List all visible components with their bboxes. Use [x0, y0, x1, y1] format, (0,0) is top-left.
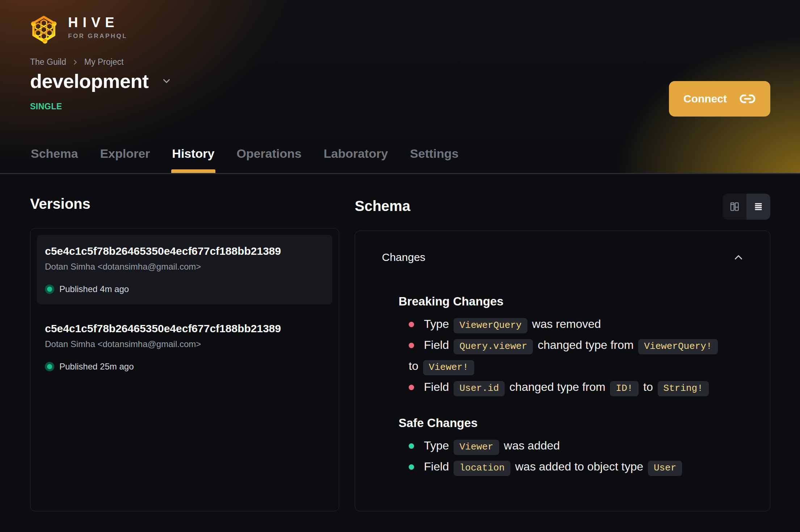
change-text: Field [424, 460, 452, 473]
chevron-down-icon[interactable] [161, 76, 172, 86]
safe-bullet-dot [409, 464, 414, 470]
change-item: Type ViewerQuery was removed [409, 314, 743, 335]
tab-operations[interactable]: Operations [236, 147, 302, 173]
tab-explorer[interactable]: Explorer [99, 147, 151, 173]
change-item: Field location was added to object type … [409, 457, 743, 478]
code-chip: User.id [454, 381, 505, 396]
change-text: to [640, 380, 656, 393]
logo[interactable]: HIVE FOR GRAPHQL [29, 12, 127, 47]
link-icon [739, 90, 756, 107]
hive-app: HIVE FOR GRAPHQL The Guild My Project de… [0, 0, 800, 532]
version-author: Dotan Simha <dotansimha@gmail.com> [45, 339, 324, 349]
change-text: Type [424, 439, 452, 452]
split-view-button[interactable] [723, 194, 746, 220]
version-card[interactable]: c5e4c1c5f78b26465350e4ecf677cf188bb21389… [37, 312, 332, 382]
logo-text: HIVE FOR GRAPHQL [68, 12, 127, 40]
code-chip: ViewerQuery! [638, 339, 717, 354]
change-text: Field [424, 338, 452, 351]
tab-laboratory[interactable]: Laboratory [323, 147, 389, 173]
breaking-bullet-dot [409, 343, 414, 348]
version-hash: c5e4c1c5f78b26465350e4ecf677cf188bb21389 [45, 245, 324, 257]
view-toggle [723, 194, 770, 220]
hive-logo-icon [29, 12, 59, 47]
code-chip: User [648, 461, 682, 476]
safe-bullet-dot [409, 443, 414, 449]
code-chip: Viewer! [423, 360, 474, 375]
code-chip: String! [658, 381, 709, 396]
change-text: was added [501, 439, 560, 452]
breadcrumb-project[interactable]: My Project [84, 57, 124, 67]
version-list: c5e4c1c5f78b26465350e4ecf677cf188bb21389… [30, 228, 339, 511]
version-status: Published 4m ago [45, 284, 324, 294]
tab-bar: SchemaExplorerHistoryOperationsLaborator… [30, 147, 459, 173]
change-text: was removed [529, 317, 601, 330]
main-content: Versions c5e4c1c5f78b26465350e4ecf677cf1… [0, 174, 800, 511]
target-selector[interactable]: development [30, 69, 172, 93]
version-status-text: Published 4m ago [59, 284, 129, 294]
change-text: changed type from [506, 380, 609, 393]
code-chip: ViewerQuery [454, 318, 527, 333]
changes-title: Changes [382, 251, 425, 263]
brand-name: HIVE [68, 15, 127, 30]
list-view-button[interactable] [746, 194, 770, 220]
chevron-up-icon [732, 251, 745, 263]
breadcrumb-org[interactable]: The Guild [30, 57, 66, 67]
version-hash: c5e4c1c5f78b26465350e4ecf677cf188bb21389 [45, 322, 324, 335]
connect-button[interactable]: Connect [669, 81, 770, 117]
change-text: Field [424, 380, 452, 393]
breaking-bullet-dot [409, 385, 414, 390]
change-text: to [409, 359, 422, 372]
schema-heading: Schema [355, 196, 410, 216]
published-dot [45, 362, 54, 371]
code-chip: ID! [610, 381, 639, 396]
version-card[interactable]: c5e4c1c5f78b26465350e4ecf677cf188bb21389… [37, 235, 332, 304]
changes-panel: Changes Breaking ChangesType ViewerQuery… [355, 231, 770, 511]
header: HIVE FOR GRAPHQL The Guild My Project de… [0, 0, 800, 174]
code-chip: Viewer [454, 440, 499, 455]
change-text: was added to object type [512, 460, 647, 473]
split-view-icon [729, 201, 740, 212]
code-chip: Query.viewer [454, 339, 533, 354]
chevron-right-icon [71, 58, 79, 66]
breadcrumb: The Guild My Project [30, 57, 123, 67]
breaking-changes-list: Type ViewerQuery was removedField Query.… [399, 314, 743, 398]
target-type-badge: SINGLE [30, 102, 62, 111]
breaking-changes-heading: Breaking Changes [399, 295, 743, 308]
change-text: Type [424, 317, 452, 330]
change-item: Type Viewer was added [409, 436, 743, 457]
change-text: changed type from [534, 338, 637, 351]
published-dot [45, 284, 54, 294]
versions-heading: Versions [30, 194, 339, 214]
versions-section: Versions c5e4c1c5f78b26465350e4ecf677cf1… [30, 194, 339, 511]
safe-changes-heading: Safe Changes [399, 416, 743, 430]
version-status: Published 25m ago [45, 362, 324, 372]
page-title: development [30, 69, 149, 93]
schema-section: Schema [355, 194, 770, 511]
change-item: Field Query.viewer changed type from Vie… [409, 335, 743, 377]
collapse-changes-button[interactable] [732, 251, 745, 263]
version-status-text: Published 25m ago [59, 362, 134, 372]
code-chip: location [454, 461, 510, 476]
change-item: Field User.id changed type from ID! to S… [409, 377, 743, 398]
safe-changes-list: Type Viewer was addedField location was … [399, 436, 743, 478]
brand-tagline: FOR GRAPHQL [68, 33, 127, 40]
breaking-bullet-dot [409, 322, 414, 327]
changes-body: Breaking ChangesType ViewerQuery was rem… [355, 263, 770, 478]
tab-schema[interactable]: Schema [30, 147, 79, 173]
version-author: Dotan Simha <dotansimha@gmail.com> [45, 262, 324, 272]
tab-history[interactable]: History [171, 147, 215, 173]
connect-label: Connect [683, 93, 727, 105]
changes-header: Changes [355, 231, 770, 263]
list-view-icon [753, 201, 764, 212]
tab-settings[interactable]: Settings [409, 147, 459, 173]
